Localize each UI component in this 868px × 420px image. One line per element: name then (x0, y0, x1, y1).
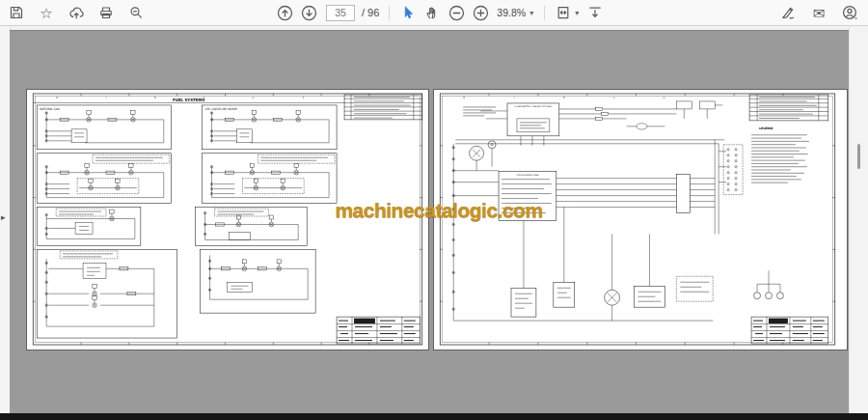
wire-bundle (569, 140, 719, 235)
scroll-mode-button[interactable] (584, 2, 606, 23)
zone-label: 8 (463, 97, 465, 99)
toolbar-divider (544, 6, 545, 20)
charger-label: 10 AMP BATTERY CHARGER (OPTIONAL) (514, 105, 553, 108)
fit-page-icon (556, 5, 571, 20)
zoom-out-button[interactable] (446, 2, 467, 23)
find-button[interactable] (125, 2, 147, 23)
section-bottom-left (37, 249, 176, 338)
select-tool-button[interactable] (397, 2, 419, 23)
fit-page-button[interactable]: ▾ (553, 2, 582, 23)
zoom-level-value: 39.8% (497, 7, 526, 18)
minus-circle-icon (448, 5, 465, 21)
zone-label: 6 (154, 97, 156, 99)
lower-components (453, 208, 783, 322)
save-button[interactable] (6, 2, 27, 23)
legend-block: LEGEND (751, 126, 809, 182)
section-lpg: LPG LIQUID OR VAPOR (203, 105, 337, 150)
zoom-in-button[interactable] (470, 2, 491, 23)
gauge-circles (470, 141, 496, 171)
share-button[interactable] (66, 2, 87, 23)
previous-page-button[interactable] (274, 2, 295, 23)
page-count-label: / 96 (362, 7, 379, 18)
battery-charger-box: 10 AMP BATTERY CHARGER (OPTIONAL) (480, 101, 722, 146)
hand-tool-button[interactable] (421, 2, 443, 23)
cloud-upload-icon (68, 5, 84, 20)
save-icon (9, 5, 24, 20)
section-row3-left (37, 208, 141, 246)
fill-sign-button[interactable] (777, 2, 799, 23)
bookmark-button[interactable]: ☆ (36, 2, 57, 23)
sidebar-expand-button[interactable]: ▸ (1, 212, 6, 222)
page-up-icon (277, 5, 293, 21)
revision-table (749, 95, 828, 121)
search-icon (128, 5, 144, 20)
page-down-icon (301, 5, 317, 21)
zone-label: 4 (664, 97, 665, 99)
revision-table (344, 95, 422, 120)
section-row2-right (203, 154, 337, 204)
zone-label: 4 (253, 97, 255, 99)
section-natural-gas: NATURAL GAS (37, 105, 171, 150)
star-icon: ☆ (40, 6, 52, 20)
sync-label: SYNCHRONIZING GEAR (516, 174, 539, 177)
section-row3-right (196, 208, 308, 246)
toolbar-right-group: ✉ (777, 2, 860, 23)
note-text-lines (463, 107, 496, 116)
fit-width-icon (587, 5, 603, 20)
toolbar-center-group: 35 / 96 39.8% ▾ (274, 2, 606, 23)
title-block (751, 317, 828, 344)
zone-numbers: 8 7 6 5 4 (463, 97, 665, 99)
watermark-text: machinecatalogic.com (335, 199, 542, 222)
plus-circle-icon (473, 5, 489, 21)
zone-label: 3 (302, 97, 304, 99)
chevron-down-icon: ▾ (529, 9, 533, 17)
terminal-strips (719, 145, 743, 195)
bottom-black-bar (0, 413, 868, 420)
zone-label: 7 (513, 97, 515, 99)
section-bottom-middle (201, 249, 316, 313)
pdf-toolbar: ☆ 35 / (0, 0, 868, 26)
left-bus (452, 140, 724, 321)
zoom-level-dropdown[interactable]: 39.8% ▾ (497, 7, 533, 18)
chevron-down-icon: ▾ (575, 9, 579, 17)
legend-title: LEGEND (759, 126, 773, 130)
scrollbar-thumb[interactable] (857, 144, 860, 169)
email-button[interactable]: ✉ (808, 2, 829, 23)
hand-icon (424, 5, 440, 20)
cursor-arrow-icon (400, 5, 416, 20)
title-block (337, 317, 420, 344)
zone-label: 5 (613, 97, 615, 99)
envelope-icon: ✉ (813, 6, 826, 20)
vertical-scrollbar[interactable] (849, 26, 868, 413)
zone-label: 7 (105, 97, 107, 99)
zone-label: 6 (563, 97, 565, 99)
sheet-title: FUEL SYSTEMS (173, 98, 205, 102)
toolbar-left-group: ☆ (6, 2, 147, 23)
section-label: LPG LIQUID OR VAPOR (205, 107, 237, 111)
print-button[interactable] (95, 2, 117, 23)
section-row2-left (37, 154, 171, 204)
page-number-input[interactable]: 35 (326, 5, 355, 21)
account-button[interactable] (839, 2, 860, 23)
next-page-button[interactable] (298, 2, 319, 23)
pen-nib-icon (780, 5, 796, 20)
toolbar-divider (389, 6, 390, 20)
zone-label: 8 (56, 97, 58, 99)
section-label: NATURAL GAS (40, 107, 60, 111)
printer-icon (98, 5, 114, 20)
user-account-icon (842, 5, 858, 21)
